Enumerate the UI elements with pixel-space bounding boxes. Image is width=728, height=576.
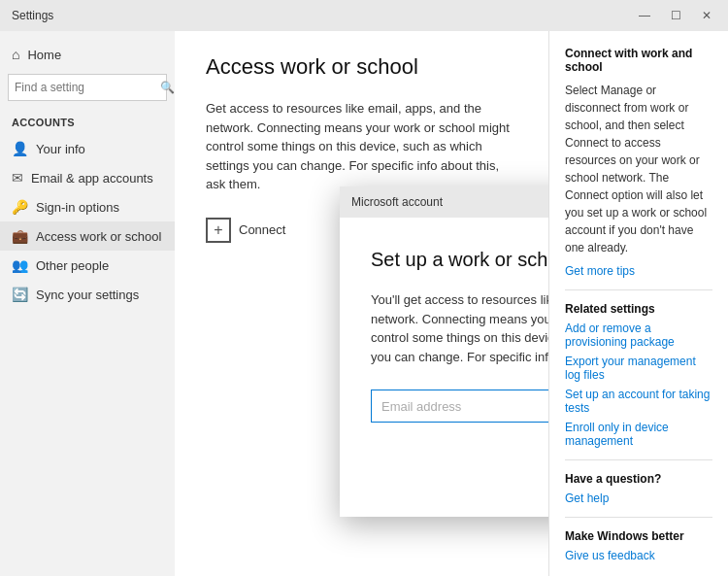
close-button[interactable]: ✕ (693, 5, 720, 26)
sidebar-item-home[interactable]: ⌂ Home (0, 39, 175, 70)
sidebar: ⌂ Home 🔍 Accounts 👤 Your info ✉ Email & … (0, 31, 175, 576)
related-link-1[interactable]: Export your management log files (565, 355, 712, 382)
modal-dialog: Microsoft account ✕ Set up a work or sch… (340, 186, 548, 517)
maximize-button[interactable]: ☐ (662, 5, 689, 26)
sidebar-item-sign-in-options[interactable]: 🔑 Sign-in options (0, 192, 175, 221)
sidebar-search-box[interactable]: 🔍 (8, 74, 167, 101)
connect-label: Connect (239, 222, 285, 237)
modal-titlebar: Microsoft account ✕ (340, 186, 548, 218)
sidebar-section-title: Accounts (0, 113, 175, 134)
app-container: ⌂ Home 🔍 Accounts 👤 Your info ✉ Email & … (0, 31, 728, 576)
modal-heading: Set up a work or school account (371, 249, 548, 271)
page-description: Get access to resources like email, apps… (206, 99, 517, 194)
modal-title-text: Microsoft account (351, 195, 443, 209)
search-icon: 🔍 (160, 81, 175, 94)
signin-icon: 🔑 (12, 199, 28, 215)
your-info-icon: 👤 (12, 141, 28, 156)
modal-footer: Next (340, 459, 548, 517)
title-bar-title: Settings (12, 9, 53, 22)
sidebar-item-other-people[interactable]: 👥 Other people (0, 251, 175, 280)
divider-2 (565, 459, 712, 460)
divider-3 (565, 517, 712, 518)
sidebar-item-label: Your info (36, 142, 85, 156)
connect-plus-icon: + (206, 218, 231, 243)
connect-section-body: Select Manage or disconnect from work or… (565, 82, 712, 256)
page-title: Access work or school (206, 54, 517, 80)
related-link-0[interactable]: Add or remove a provisioning package (565, 322, 712, 349)
connect-button[interactable]: + Connect (206, 214, 285, 247)
sidebar-home-label: Home (27, 48, 61, 62)
have-question-title: Have a question? (565, 472, 712, 486)
sidebar-item-label: Email & app accounts (31, 171, 153, 186)
email-input[interactable] (371, 390, 548, 423)
sync-icon: 🔄 (12, 287, 28, 302)
sidebar-item-sync-settings[interactable]: 🔄 Sync your settings (0, 280, 175, 309)
right-panel: Connect with work and school Select Mana… (548, 31, 728, 576)
related-settings-title: Related settings (565, 302, 712, 316)
sidebar-item-label: Access work or school (36, 229, 161, 244)
give-feedback-link[interactable]: Give us feedback (565, 549, 712, 562)
email-icon: ✉ (12, 170, 23, 186)
related-link-3[interactable]: Enroll only in device management (565, 421, 712, 448)
title-bar: Settings — ☐ ✕ (0, 0, 728, 31)
work-icon: 💼 (12, 228, 28, 244)
minimize-button[interactable]: — (631, 5, 658, 26)
connect-section-title: Connect with work and school (565, 47, 712, 74)
get-help-link[interactable]: Get help (565, 491, 712, 505)
sidebar-item-label: Other people (36, 258, 109, 273)
sidebar-item-your-info[interactable]: 👤 Your info (0, 134, 175, 163)
sidebar-item-label: Sign-in options (36, 200, 119, 215)
home-icon: ⌂ (12, 47, 19, 62)
related-link-2[interactable]: Set up an account for taking tests (565, 388, 712, 415)
modal-body: Set up a work or school account You'll g… (340, 218, 548, 459)
sidebar-item-email-app-accounts[interactable]: ✉ Email & app accounts (0, 163, 175, 192)
modal-description: You'll get access to resources like emai… (371, 290, 548, 366)
title-bar-controls: — ☐ ✕ (631, 5, 720, 26)
search-input[interactable] (15, 81, 160, 94)
divider-1 (565, 289, 712, 290)
make-windows-better-title: Make Windows better (565, 529, 712, 543)
sidebar-item-label: Sync your settings (36, 288, 139, 302)
people-icon: 👥 (12, 257, 28, 273)
sidebar-item-access-work-school[interactable]: 💼 Access work or school (0, 221, 175, 251)
main-content: Access work or school Get access to reso… (175, 31, 548, 576)
get-more-tips-link[interactable]: Get more tips (565, 264, 712, 278)
